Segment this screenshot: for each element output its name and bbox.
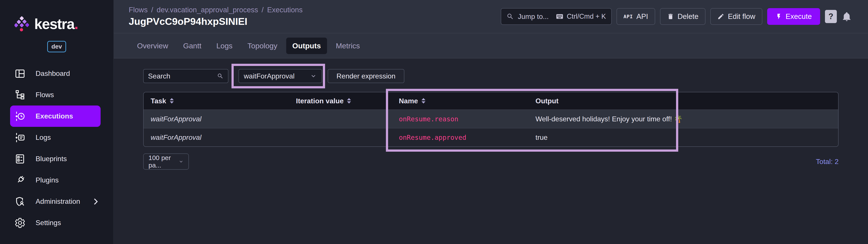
- breadcrumb-separator: /: [151, 6, 153, 14]
- search-box: [143, 69, 228, 83]
- dashboard-icon: [14, 68, 26, 79]
- keyboard-icon: [556, 12, 564, 21]
- render-expression-button[interactable]: Render expression: [328, 69, 404, 83]
- main-area: Flows / dev.vacation_approval_process / …: [114, 0, 868, 244]
- sort-icon: [421, 98, 426, 104]
- help-icon: ?: [829, 12, 833, 21]
- topbar-left: Flows / dev.vacation_approval_process / …: [129, 6, 303, 27]
- task-cell: waitForApproval: [144, 133, 260, 142]
- sidebar-item-plugins[interactable]: Plugins: [0, 170, 113, 191]
- breadcrumb-flows[interactable]: Flows: [129, 6, 148, 14]
- env-badge: dev: [47, 41, 66, 52]
- sort-icon: [169, 98, 174, 104]
- logs-icon: [14, 132, 26, 143]
- app-window: kestra. dev Dashboard Flows: [0, 0, 868, 244]
- delete-button[interactable]: Delete: [660, 8, 706, 25]
- sidebar-item-blueprints[interactable]: Blueprints: [0, 148, 113, 170]
- edit-flow-button[interactable]: Edit flow: [710, 8, 762, 25]
- flows-icon: [14, 89, 26, 100]
- bell-icon[interactable]: [842, 11, 852, 22]
- trash-icon: [667, 13, 674, 20]
- sidebar-menu: Dashboard Flows Executions: [0, 63, 113, 234]
- search-icon: [506, 13, 514, 20]
- shortcut-text: Ctrl/Cmd + K: [567, 12, 606, 21]
- sidebar-item-label: Dashboard: [36, 69, 70, 78]
- task-cell: waitForApproval: [144, 115, 260, 123]
- api-label: API: [636, 12, 648, 21]
- sidebar-item-label: Executions: [36, 112, 73, 120]
- executions-icon: [14, 111, 26, 122]
- output-cell: Well-deserved holidays! Enjoy your time …: [524, 115, 838, 123]
- column-label: Task: [151, 97, 166, 105]
- lightning-icon: [776, 13, 782, 20]
- brand-logo[interactable]: kestra.: [0, 0, 113, 33]
- administration-icon: [14, 196, 26, 207]
- column-label: Output: [535, 97, 559, 105]
- sidebar-item-label: Logs: [36, 133, 51, 142]
- sidebar-item-label: Plugins: [36, 176, 59, 184]
- sidebar-item-label: Administration: [36, 197, 80, 206]
- column-header-task[interactable]: Task: [144, 97, 260, 105]
- breadcrumb-namespace-flow[interactable]: dev.vacation_approval_process: [157, 6, 258, 14]
- column-label: Iteration value: [296, 97, 344, 105]
- tab-metrics[interactable]: Metrics: [330, 38, 366, 54]
- jump-to-input[interactable]: Jump to... Ctrl/Cmd + K: [501, 8, 612, 25]
- api-icon: API: [624, 14, 633, 19]
- brand-wordmark: kestra.: [34, 16, 78, 32]
- topbar-actions: Jump to... Ctrl/Cmd + K API API: [501, 8, 852, 25]
- sidebar-item-administration[interactable]: Administration: [0, 191, 113, 212]
- help-button[interactable]: ?: [825, 10, 837, 23]
- sidebar-item-logs[interactable]: Logs: [0, 127, 113, 148]
- table-row: waitForApproval onResume.approved true: [144, 128, 838, 146]
- page-title: JugPVcC9oP94hxpSINIEI: [129, 16, 303, 27]
- settings-icon: [14, 217, 26, 228]
- tab-logs[interactable]: Logs: [210, 38, 239, 54]
- sort-icon: [347, 98, 351, 104]
- tab-outputs[interactable]: Outputs: [286, 38, 327, 54]
- sidebar: kestra. dev Dashboard Flows: [0, 0, 114, 244]
- edit-flow-label: Edit flow: [728, 12, 755, 21]
- execution-tabs: Overview Gantt Logs Topology Outputs Met…: [114, 33, 868, 58]
- sidebar-item-executions[interactable]: Executions: [10, 105, 101, 127]
- env-badge-wrap: dev: [0, 41, 113, 52]
- tab-overview[interactable]: Overview: [131, 38, 175, 54]
- output-cell: true: [524, 133, 838, 142]
- table-header-row: Task Iteration value Name: [144, 92, 838, 110]
- sidebar-item-label: Blueprints: [36, 155, 67, 163]
- tab-gantt[interactable]: Gantt: [177, 38, 208, 54]
- brand-dot: .: [74, 16, 78, 32]
- kestra-logo-icon: [14, 16, 29, 33]
- sidebar-item-label: Settings: [36, 219, 61, 227]
- shortcut-hint: Ctrl/Cmd + K: [556, 12, 606, 21]
- tab-topology[interactable]: Topology: [241, 38, 284, 54]
- per-page-select[interactable]: 100 per pa...: [143, 153, 189, 170]
- column-header-output: Output: [524, 97, 838, 105]
- task-filter-value: waitForApproval: [244, 72, 294, 80]
- outputs-toolbar: waitForApproval Render expression: [143, 69, 839, 83]
- task-filter-select[interactable]: waitForApproval: [239, 69, 322, 83]
- per-page-value: 100 per pa...: [149, 154, 179, 169]
- name-cell: onResume.reason: [388, 115, 524, 123]
- chevron-down-icon: [179, 158, 184, 165]
- breadcrumb-separator: /: [261, 6, 264, 14]
- search-input[interactable]: [148, 72, 217, 80]
- sidebar-item-label: Flows: [36, 91, 54, 99]
- plugins-icon: [14, 175, 26, 186]
- breadcrumb-executions[interactable]: Executions: [267, 6, 303, 14]
- outputs-panel: waitForApproval Render expression Task: [114, 58, 868, 244]
- column-header-name[interactable]: Name: [388, 97, 524, 105]
- jump-to-placeholder: Jump to...: [518, 12, 549, 21]
- execute-button[interactable]: Execute: [767, 8, 820, 25]
- table-row: waitForApproval onResume.reason Well-des…: [144, 110, 838, 128]
- pagination-bar: 100 per pa... Total: 2: [143, 153, 839, 170]
- api-button[interactable]: API API: [617, 8, 655, 25]
- sidebar-item-dashboard[interactable]: Dashboard: [0, 63, 113, 84]
- delete-label: Delete: [678, 12, 699, 21]
- sidebar-item-flows[interactable]: Flows: [0, 84, 113, 105]
- breadcrumb: Flows / dev.vacation_approval_process / …: [129, 6, 303, 14]
- total-count: Total: 2: [816, 158, 839, 166]
- column-label: Name: [399, 97, 418, 105]
- blueprints-icon: [14, 153, 26, 164]
- sidebar-item-settings[interactable]: Settings: [0, 212, 113, 234]
- column-header-iteration-value[interactable]: Iteration value: [260, 97, 388, 105]
